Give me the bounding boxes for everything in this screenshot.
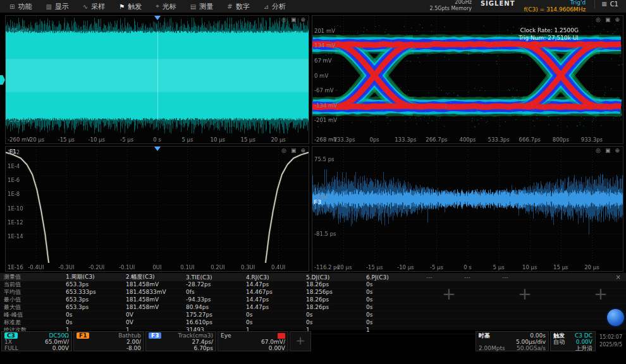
menu-item-label: 采样 (91, 2, 105, 11)
timebase-title: 时基 (479, 332, 490, 339)
navigate-button[interactable] (607, 309, 624, 326)
function-f3-box[interactable]: F3 Track(cma3) 27.4ps/ 6.70ps (145, 331, 216, 351)
x-tick-label: 10 µs (211, 136, 225, 143)
y-tick-label: 1E-12 (8, 219, 23, 226)
measurement-column-header[interactable]: 1.周期(C3) (66, 273, 126, 281)
x-tick-label: 400ps (459, 136, 476, 143)
channel-selector[interactable]: ▦ C1 (594, 0, 621, 9)
c3-badge: C3 (4, 332, 18, 339)
measurement-column-header[interactable]: --- (464, 274, 502, 281)
y-tick-label: 201 mV (314, 28, 335, 34)
measurement-row[interactable]: 峰-峰值 0s 0V 175.27ps 0s 0s 0s (0, 312, 626, 319)
trigger-position-marker[interactable] (154, 147, 161, 154)
menu-item-label: 功能 (18, 2, 32, 11)
menu-item[interactable]: ▥ 显示 (39, 0, 75, 13)
measurement-column-header[interactable]: 测量值 (0, 273, 66, 281)
measurement-column-header[interactable]: --- (502, 274, 540, 281)
menu-item-icon: ∿ (83, 3, 88, 10)
measurement-value: 0V (126, 319, 186, 326)
measurement-value: 0s (366, 296, 426, 303)
c3-bwl: FULL (4, 345, 18, 351)
menu-item[interactable]: ▤ 测量 (183, 0, 220, 13)
channel-c3-box[interactable]: C3 DC50Ω 1X 65.0mV/ FULL 0.00V (1, 331, 72, 351)
f3-trace-tag[interactable]: F3 (314, 199, 321, 205)
c3-probe: 1X (4, 339, 12, 345)
y-tick-label: 0 mV (314, 73, 328, 79)
x-tick-label: 0UI (152, 264, 161, 270)
trigger-slope: 上升沿 (575, 345, 592, 351)
add-measurement-button[interactable]: + (588, 284, 613, 303)
measurement-row[interactable]: 标准差 0s 0V 16.610ps 0s 0s 0s (0, 319, 626, 327)
eye-offset: 0.00V (269, 345, 285, 351)
snapshot-icon[interactable]: ◎ (281, 147, 286, 154)
x-tick-label: 15 µs (241, 136, 255, 143)
f3-offset: 6.70ps (194, 345, 213, 351)
panel-eye-diagram: 201 mV134 mV67 mV0 mV-67 mV-134 mV-201 m… (312, 15, 623, 144)
x-tick-label: 0.2UI (211, 264, 224, 270)
menu-item-icon: # (227, 3, 232, 10)
x-tick-label: 266.7ps (426, 136, 447, 143)
measurement-value: 1 (306, 327, 366, 334)
add-trace-button[interactable]: + (290, 331, 311, 351)
menu-item-label: 分析 (272, 2, 286, 11)
expand-icon[interactable]: ▣ (291, 147, 297, 154)
y-tick-label: -81.5 ps (314, 231, 336, 237)
trigger-box[interactable]: 触发 C3 DC 自动 0.00V 上升沿 (550, 331, 596, 351)
expand-icon[interactable]: ▣ (291, 16, 297, 23)
menu-icon[interactable]: ⊕ (615, 147, 620, 154)
measurement-column-header[interactable]: 5.DJ(C3) (306, 274, 366, 281)
menu-item[interactable]: ⊿ 分析 (257, 0, 293, 13)
menu-item[interactable]: ⌖ 光标 (149, 0, 183, 13)
c3-offset: 0.00V (52, 345, 69, 351)
x-tick-label: 20 µs (584, 264, 599, 270)
expand-icon[interactable]: ▣ (605, 147, 611, 154)
snapshot-icon[interactable]: ◎ (281, 16, 286, 23)
measurement-value: -28.72ps (186, 281, 246, 288)
menu-icon[interactable]: ⊕ (300, 147, 305, 154)
measurement-column-header[interactable]: 6.PJ(C3) (366, 274, 426, 281)
add-measurement-button[interactable]: + (512, 284, 537, 303)
menu-icon[interactable]: ⊕ (300, 16, 305, 23)
trigger-position-marker[interactable] (154, 16, 161, 23)
menu-item-label: 显示 (55, 2, 69, 11)
x-tick-label: 0.3UI (241, 264, 255, 270)
measurement-value: 0V (126, 312, 186, 318)
jitter-track-canvas[interactable] (312, 147, 623, 263)
measurement-value: 653.3ps (66, 304, 126, 311)
add-measurement-button[interactable]: + (436, 284, 462, 303)
menu-item[interactable]: ⊞ 功能 (3, 0, 39, 13)
y-tick-label: -201 mV (314, 117, 337, 123)
expand-icon[interactable]: ▣ (605, 16, 611, 23)
close-icon[interactable]: × (616, 273, 621, 281)
measurement-value: 181.458mV (126, 281, 186, 288)
measurement-row[interactable]: 最大值 653.3ps 181.458mV 80.94ps 14.47ps 18… (0, 304, 626, 312)
y-tick-label: 1E-6 (8, 177, 20, 183)
bathtub-canvas[interactable] (6, 147, 309, 263)
menu-item-label: 光标 (163, 2, 176, 11)
menu-item-icon: ⊞ (9, 3, 15, 10)
measurement-column-header[interactable]: 4.RJ(C3) (246, 274, 306, 281)
measurement-value: 0s (366, 281, 426, 288)
measurement-value: 14.47ps (246, 304, 306, 311)
measurement-column-header[interactable]: --- (426, 274, 464, 281)
function-f1-box[interactable]: F1 Bathtub 2.00/ -8.00 (73, 331, 144, 351)
menu-item[interactable]: ⚑ 触发 (112, 0, 149, 13)
timebase-box[interactable]: 时基 0.00s 5.00µs/div 2.00Mpts 50.0GSa/s (476, 331, 549, 351)
snapshot-icon[interactable]: ◎ (596, 147, 601, 154)
eye-box[interactable]: Eye 67.0mV/ 0.00V (218, 331, 288, 351)
c3-position-marker[interactable] (0, 75, 5, 85)
panel-waveform: 195 mV130 mV65 mV0 mV-65 mV-130 mV-195 m… (5, 15, 309, 144)
menu-item[interactable]: ∿ 采样 (76, 0, 112, 13)
waveform-canvas[interactable] (6, 16, 309, 135)
eye-statistics: Clock Rate: 1.2500G Trig Num: 27,510k UI (519, 27, 579, 42)
measurement-column-header[interactable]: 2.幅度(C3) (126, 273, 186, 281)
f1-function: Bathtub (118, 332, 141, 339)
channel-grid-icon: ▦ (601, 1, 607, 7)
menu-item[interactable]: # 数字 (220, 0, 256, 13)
measurement-value: 14.467ps (246, 289, 306, 296)
measurement-column-header[interactable]: 3.TIE(C3) (186, 274, 246, 281)
y-tick-label: 67 mV (314, 58, 332, 64)
f1-trace-tag[interactable]: F1 (9, 149, 16, 155)
snapshot-icon[interactable]: ◎ (596, 16, 601, 23)
menu-icon[interactable]: ⊕ (615, 16, 620, 23)
